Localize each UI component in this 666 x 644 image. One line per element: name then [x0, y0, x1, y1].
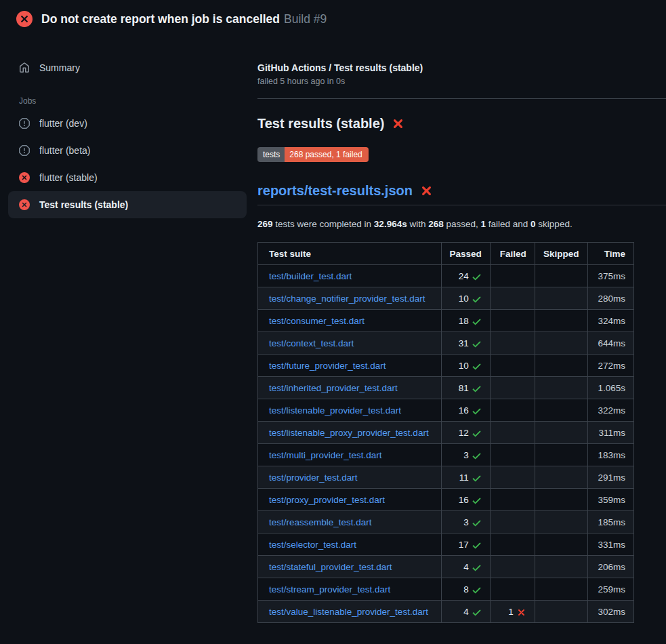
breadcrumb: GitHub Actions / Test results (stable): [257, 62, 666, 73]
check-icon: [472, 339, 482, 349]
jobs-section-label: Jobs: [19, 96, 257, 106]
failed-cell: [490, 578, 535, 601]
suite-cell: test/stream_provider_test.dart: [258, 578, 442, 601]
time-value: 1.065s: [598, 383, 625, 393]
passed-cell: 16: [441, 399, 490, 422]
section-title-row: Test results (stable): [257, 116, 666, 132]
check-icon: [472, 496, 482, 506]
build-header: Do not create report when job is cancell…: [0, 0, 666, 38]
suite-link[interactable]: test/listenable_proxy_provider_test.dart: [269, 428, 429, 438]
suite-link[interactable]: test/listenable_provider_test.dart: [269, 405, 401, 416]
suite-link[interactable]: test/proxy_provider_test.dart: [269, 495, 385, 505]
passed-count: 31: [459, 338, 469, 348]
test-summary-sentence: 269 tests were completed in 32.964s with…: [257, 219, 666, 229]
sidebar-job-item[interactable]: flutter (stable): [8, 164, 247, 191]
passed-count: 81: [459, 383, 469, 393]
time-cell: 280ms: [587, 287, 633, 310]
column-header-skipped: Skipped: [535, 243, 587, 265]
time-value: 206ms: [598, 562, 625, 572]
time-value: 291ms: [598, 472, 625, 483]
suite-cell: test/value_listenable_provider_test.dart: [258, 601, 442, 623]
time-value: 324ms: [598, 316, 625, 326]
suite-cell: test/future_provider_test.dart: [258, 355, 442, 377]
failed-cell: [490, 422, 535, 444]
passed-cell: 12: [441, 422, 490, 444]
sidebar-jobs-list: flutter (dev) flutter (beta) flutter (st…: [0, 110, 257, 218]
suite-link[interactable]: test/builder_test.dart: [269, 271, 352, 281]
failed-cell: [490, 444, 535, 466]
passed-count: 17: [459, 540, 469, 550]
passed-cell: 16: [441, 489, 490, 511]
passed-count: 8: [463, 584, 469, 595]
table-row: test/provider_test.dart 11 291ms: [258, 466, 634, 489]
run-status-text: failed 5 hours ago in 0s: [257, 77, 666, 86]
suite-link[interactable]: test/selector_test.dart: [269, 540, 356, 550]
time-cell: 331ms: [587, 534, 633, 556]
sidebar-job-item[interactable]: flutter (dev): [8, 110, 247, 137]
report-link[interactable]: reports/test-results.json: [257, 183, 413, 199]
table-row: test/consumer_test.dart 18 324ms: [258, 310, 634, 332]
suite-link[interactable]: test/provider_test.dart: [269, 472, 358, 483]
time-value: 322ms: [598, 405, 625, 416]
passed-count: 11: [459, 472, 469, 483]
suite-cell: test/selector_test.dart: [258, 534, 442, 556]
column-header-test-suite: Test suite: [258, 243, 442, 265]
suite-link[interactable]: test/stateful_provider_test.dart: [269, 562, 392, 572]
failed-cell: [490, 332, 535, 355]
failed-cell: [490, 399, 535, 422]
skipped-cell: [535, 534, 587, 556]
summary-passed: 268: [428, 219, 444, 229]
job-label: flutter (stable): [39, 172, 98, 183]
time-cell: 183ms: [587, 444, 633, 466]
suite-link[interactable]: test/stream_provider_test.dart: [269, 584, 390, 595]
suite-link[interactable]: test/inherited_provider_test.dart: [269, 383, 398, 393]
sidebar-job-item[interactable]: flutter (beta): [8, 137, 247, 164]
column-header-passed: Passed: [441, 243, 490, 265]
table-row: test/selector_test.dart 17 331ms: [258, 534, 634, 556]
skipped-cell: [535, 601, 587, 623]
time-cell: 291ms: [587, 466, 633, 489]
suite-link[interactable]: test/future_provider_test.dart: [269, 361, 386, 371]
failed-cell: [490, 534, 535, 556]
check-icon: [472, 272, 482, 282]
column-header-time: Time: [587, 243, 633, 265]
suite-cell: test/multi_provider_test.dart: [258, 444, 442, 466]
suite-link[interactable]: test/reassemble_test.dart: [269, 517, 372, 527]
passed-count: 12: [459, 428, 469, 438]
suite-link[interactable]: test/context_test.dart: [269, 338, 354, 348]
tests-badge[interactable]: tests268 passed, 1 failed: [257, 147, 369, 162]
failed-cell: [490, 466, 535, 489]
suite-cell: test/listenable_proxy_provider_test.dart: [258, 422, 442, 444]
check-icon: [472, 540, 482, 550]
passed-cell: 81: [441, 377, 490, 399]
suite-cell: test/consumer_test.dart: [258, 310, 442, 332]
build-number: Build #9: [284, 12, 327, 26]
column-header-failed: Failed: [490, 243, 535, 265]
suite-link[interactable]: test/consumer_test.dart: [269, 316, 365, 326]
check-icon: [472, 294, 482, 304]
time-value: 302ms: [598, 607, 625, 617]
suite-link[interactable]: test/value_listenable_provider_test.dart: [269, 607, 428, 617]
test-table-body: test/builder_test.dart 24 375ms: [258, 265, 634, 623]
suite-link[interactable]: test/multi_provider_test.dart: [269, 450, 382, 460]
skipped-cell: [535, 310, 587, 332]
main-content: GitHub Actions / Test results (stable) f…: [257, 38, 666, 623]
table-row: test/stateful_provider_test.dart 4 206ms: [258, 556, 634, 578]
suite-link[interactable]: test/change_notifier_provider_test.dart: [269, 294, 425, 304]
passed-cell: 4: [441, 601, 490, 623]
passed-count: 3: [463, 450, 469, 460]
sidebar-item-summary[interactable]: Summary: [8, 54, 247, 81]
time-cell: 185ms: [587, 511, 633, 534]
time-cell: 272ms: [587, 355, 633, 377]
check-icon: [472, 317, 482, 327]
suite-cell: test/provider_test.dart: [258, 466, 442, 489]
table-row: test/future_provider_test.dart 10 272ms: [258, 355, 634, 377]
sidebar: Summary Jobs flutter (dev) flutter (beta…: [0, 38, 257, 218]
sidebar-job-item[interactable]: Test results (stable): [8, 191, 247, 218]
table-row: test/context_test.dart 31 644ms: [258, 332, 634, 355]
suite-cell: test/change_notifier_provider_test.dart: [258, 287, 442, 310]
time-value: 359ms: [598, 495, 625, 505]
tests-badge-key: tests: [257, 147, 285, 162]
time-cell: 322ms: [587, 399, 633, 422]
time-cell: 644ms: [587, 332, 633, 355]
